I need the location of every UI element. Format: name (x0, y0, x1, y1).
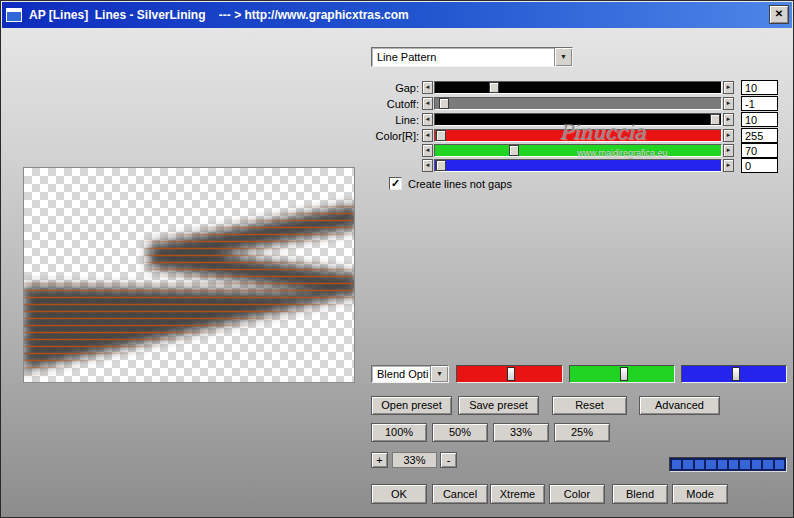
cutoff-slider-thumb[interactable] (439, 98, 449, 109)
line-slider-thumb[interactable] (710, 114, 720, 125)
arrow-right-icon[interactable]: ► (723, 81, 734, 94)
cancel-button[interactable]: Cancel (432, 484, 488, 504)
progress-segment (706, 460, 715, 469)
zigzag-preview-shape (24, 168, 354, 382)
close-icon: ✕ (775, 8, 783, 19)
blend-options-select[interactable]: Blend Opti ▼ (371, 365, 449, 383)
arrow-right-icon[interactable]: ► (723, 97, 734, 110)
color-r-slider-thumb[interactable] (436, 130, 446, 141)
arrow-left-icon[interactable]: ◄ (422, 144, 433, 157)
arrow-left-icon[interactable]: ◄ (422, 159, 433, 172)
progress-segment (763, 460, 772, 469)
create-lines-checkbox-label: Create lines not gaps (408, 178, 512, 190)
zoom-in-button[interactable]: + (371, 452, 388, 468)
gap-slider-track[interactable] (434, 81, 722, 94)
color-b-slider-track[interactable] (434, 159, 722, 172)
slider-label: Line: (371, 114, 419, 126)
zoom-25-button[interactable]: 25% (554, 423, 610, 442)
progress-segment (672, 460, 681, 469)
arrow-right-icon[interactable]: ► (723, 159, 734, 172)
cutoff-value-field[interactable]: -1 (741, 96, 778, 111)
progress-segment (683, 460, 692, 469)
color-r-value-field[interactable]: 255 (741, 128, 778, 143)
progress-segment (695, 460, 704, 469)
check-icon: ✓ (391, 177, 400, 189)
zoom-33-button[interactable]: 33% (493, 423, 549, 442)
color-b-slider-thumb[interactable] (436, 160, 446, 171)
zoom-100-button[interactable]: 100% (371, 423, 427, 442)
title-bar[interactable]: AP [Lines] Lines - SilverLining --- > ht… (2, 2, 792, 28)
blend-options-value: Blend Opti (372, 366, 430, 382)
watermark-site: www.maidiregrafica.eu (577, 148, 668, 158)
progress-segment (740, 460, 749, 469)
pattern-select-value: Line Pattern (372, 48, 554, 66)
reset-button[interactable]: Reset (552, 396, 627, 415)
color-g-slider-thumb[interactable] (509, 145, 519, 156)
zoom-level-display: 33% (392, 452, 437, 468)
arrow-left-icon[interactable]: ◄ (422, 129, 433, 142)
progress-segment (729, 460, 738, 469)
arrow-left-icon[interactable]: ◄ (422, 113, 433, 126)
zoom-out-button[interactable]: - (440, 452, 457, 468)
gap-slider-thumb[interactable] (489, 82, 499, 93)
blue-channel-thumb[interactable] (732, 367, 740, 381)
open-preset-button[interactable]: Open preset (371, 396, 452, 415)
progress-segment (752, 460, 761, 469)
watermark-name: Pinuccia (559, 120, 645, 144)
blend-button[interactable]: Blend (612, 484, 668, 504)
cutoff-slider-track[interactable] (434, 97, 722, 110)
slider-label: Cutoff: (371, 98, 419, 110)
arrow-right-icon[interactable]: ► (723, 144, 734, 157)
color-g-value-field[interactable]: 70 (741, 143, 778, 158)
pattern-select[interactable]: Line Pattern ▼ (371, 47, 573, 67)
arrow-left-icon[interactable]: ◄ (422, 81, 433, 94)
arrow-right-icon[interactable]: ► (723, 113, 734, 126)
zoom-50-button[interactable]: 50% (432, 423, 488, 442)
chevron-down-icon[interactable]: ▼ (554, 48, 572, 66)
xtreme-button[interactable]: Xtreme (490, 484, 545, 504)
progress-segment (775, 460, 784, 469)
plugin-dialog: AP [Lines] Lines - SilverLining --- > ht… (0, 0, 794, 518)
create-lines-checkbox[interactable]: ✓ (389, 177, 402, 190)
slider-label: Color[R]: (371, 130, 419, 142)
green-channel-thumb[interactable] (620, 367, 628, 381)
red-channel-slider[interactable] (456, 365, 563, 383)
mode-button[interactable]: Mode (672, 484, 728, 504)
gap-value-field[interactable]: 10 (741, 80, 778, 95)
window-title: AP [Lines] Lines - SilverLining --- > ht… (29, 8, 409, 22)
chevron-down-icon[interactable]: ▼ (430, 366, 448, 382)
create-lines-checkbox-row: ✓ Create lines not gaps (389, 177, 512, 190)
slider-row-gap: Gap: ◄ ► 10 (371, 81, 779, 95)
ok-button[interactable]: OK (371, 484, 427, 504)
green-channel-slider[interactable] (569, 365, 675, 383)
slider-row-color-b: ◄ ► 0 (371, 159, 779, 173)
slider-row-cutoff: Cutoff: ◄ ► -1 (371, 97, 779, 111)
line-value-field[interactable]: 10 (741, 112, 778, 127)
blue-channel-slider[interactable] (681, 365, 787, 383)
arrow-right-icon[interactable]: ► (723, 129, 734, 142)
close-button[interactable]: ✕ (769, 5, 789, 24)
color-button[interactable]: Color (549, 484, 605, 504)
red-channel-thumb[interactable] (507, 367, 515, 381)
advanced-button[interactable]: Advanced (639, 396, 720, 415)
save-preset-button[interactable]: Save preset (458, 396, 539, 415)
slider-row-color-g: ◄ ► 70 (371, 144, 779, 158)
slider-label: Gap: (371, 82, 419, 94)
progress-bar (669, 457, 787, 472)
image-preview[interactable] (23, 167, 355, 383)
color-b-value-field[interactable]: 0 (741, 158, 778, 173)
app-icon (6, 8, 22, 22)
progress-segment (718, 460, 727, 469)
arrow-left-icon[interactable]: ◄ (422, 97, 433, 110)
